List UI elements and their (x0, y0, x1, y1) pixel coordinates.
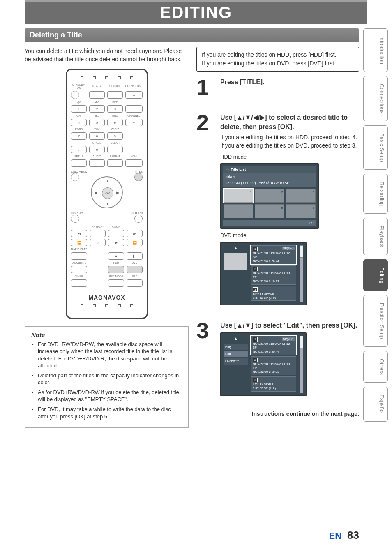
continue-note: Instructions continue on the next page. (196, 411, 359, 417)
dvd-mode-label: DVD mode (220, 232, 359, 240)
step-3: 3 Use [▲/▼] to select "Edit", then press… (196, 316, 359, 399)
tab-espanol[interactable]: Español (363, 387, 388, 422)
disc-menu-label: DISC MENU (71, 170, 87, 173)
dvd-title-list-preview: ▲ 1 SP(2Hr) NOV/21/10 11:00AM CH12 SP NO… (220, 242, 307, 305)
side-tabs: Introduction Connections Basic Setup Rec… (363, 28, 388, 428)
page-title: EDITING (25, 0, 367, 24)
tab-editing[interactable]: Editing (363, 259, 388, 291)
hdd-button (108, 266, 124, 273)
ok-button: OK (102, 187, 113, 199)
step-number: 2 (196, 113, 214, 306)
note-heading: Note (31, 331, 182, 338)
step-subline: If you are editing the titles on DVD, pr… (220, 141, 359, 150)
note-item: For DVD+RW/DVD-RW, the available disc sp… (38, 341, 182, 369)
step-number: 1 (196, 77, 214, 97)
step-1: 1 Press [TITLE]. (196, 77, 359, 101)
step-number: 3 (196, 321, 214, 396)
pre-step-info: If you are editing the titles on HDD, pr… (196, 47, 359, 72)
footer-lang: EN (329, 531, 342, 541)
page-footer: EN 83 (329, 529, 359, 542)
title-button (134, 173, 143, 181)
hdd-mode-label: HDD mode (220, 153, 359, 161)
dvd-edit-menu-preview: ▲ Play Edit Overwrite 1 SP(2Hr) NOV/21/1… (220, 332, 307, 396)
standby-icon (71, 91, 79, 99)
tab-connections[interactable]: Connections (363, 76, 388, 121)
tab-playback[interactable]: Playback (363, 218, 388, 255)
tab-basic-setup[interactable]: Basic Setup (363, 125, 388, 169)
tab-recording[interactable]: Recording (363, 174, 388, 214)
hdd-title-list-preview: 📹 Title List Title 1 12:00AM (1:00:00) J… (220, 163, 319, 229)
tab-others[interactable]: Others (363, 351, 388, 383)
nav-pad-icon: ▲▼ ◀▶ OK (91, 176, 123, 208)
remote-illustration: STANDBY-ONDTV/TVSOURCEOPEN/CLOSE ▲ .@/:A… (66, 69, 148, 319)
edit-menu-selected: Edit (224, 351, 248, 358)
step-headline: Press [TITLE]. (220, 77, 359, 87)
step-2: 2 Use [▲/▼/◀/▶] to select a desired titl… (196, 108, 359, 309)
note-box: Note For DVD+RW/DVD-RW, the available di… (25, 326, 189, 428)
dvd-button (127, 266, 143, 273)
step-subline: If you are editing the titles on HDD, pr… (220, 133, 359, 141)
section-banner: Deleting a Title (25, 28, 359, 42)
tab-introduction[interactable]: Introduction (363, 28, 388, 72)
step-headline: Use [▲/▼] to select "Edit", then press [… (220, 321, 359, 330)
step-headline: Use [▲/▼/◀/▶] to select a desired title … (220, 113, 359, 132)
title-button-label: TITLE (135, 170, 143, 173)
note-item: Deleted part of the titles in the capaci… (38, 372, 182, 386)
footer-page-number: 83 (347, 529, 359, 542)
thumb-selected: 1 (224, 189, 253, 203)
note-item: For DVD, it may take a while to write th… (38, 406, 182, 420)
note-item: As for DVD+RW/DVD-RW if you delete the t… (38, 389, 182, 403)
brand-logo: MAGNAVOX (71, 294, 143, 301)
tab-function-setup[interactable]: Function Setup (363, 295, 388, 346)
intro-text: You can delete a title which you do not … (25, 47, 189, 64)
